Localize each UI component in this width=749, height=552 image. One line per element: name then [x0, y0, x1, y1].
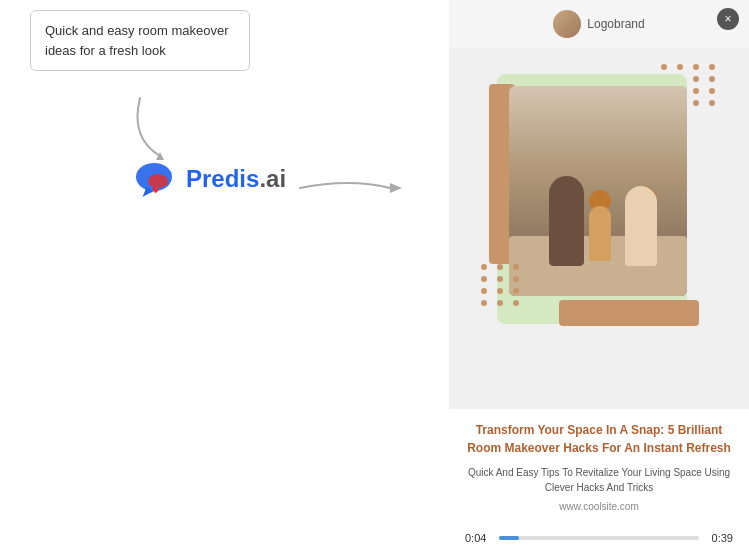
predis-brand-name: Predis.ai [186, 165, 286, 193]
brand-avatar [553, 10, 581, 38]
card-subtitle: Quick And Easy Tips To Revitalize Your L… [465, 465, 733, 495]
progress-fill [499, 536, 519, 540]
card-area [449, 48, 749, 409]
brand-name-label: Logobrand [587, 17, 644, 31]
dot-grid-bottom-left [481, 264, 523, 306]
predis-logo: Predis.ai [130, 155, 286, 203]
svg-marker-3 [390, 183, 402, 193]
logo-brand-area: Logobrand [553, 10, 644, 38]
card-content: Transform Your Space In A Snap: 5 Brilli… [449, 409, 749, 526]
tooltip-box: Quick and easy room makeover ideas for a… [30, 10, 250, 71]
arrow-right-icon [290, 168, 410, 208]
left-panel: Quick and easy room makeover ideas for a… [0, 0, 450, 552]
time-end: 0:39 [707, 532, 733, 544]
time-start: 0:04 [465, 532, 491, 544]
card-url: www.coolsite.com [465, 501, 733, 512]
progress-track[interactable] [499, 536, 699, 540]
card-title: Transform Your Space In A Snap: 5 Brilli… [465, 421, 733, 457]
card-visual [489, 56, 709, 356]
progress-bar-area: 0:04 0:39 [449, 526, 749, 552]
brown-accent-bottom [559, 300, 699, 326]
family-photo-placeholder [509, 86, 687, 296]
right-panel: Logobrand × [449, 0, 749, 552]
predis-logo-icon [130, 155, 178, 203]
close-button[interactable]: × [717, 8, 739, 30]
preview-header: Logobrand × [449, 0, 749, 48]
family-photo [509, 86, 687, 296]
tooltip-text: Quick and easy room makeover ideas for a… [45, 23, 229, 58]
svg-point-2 [148, 174, 168, 188]
